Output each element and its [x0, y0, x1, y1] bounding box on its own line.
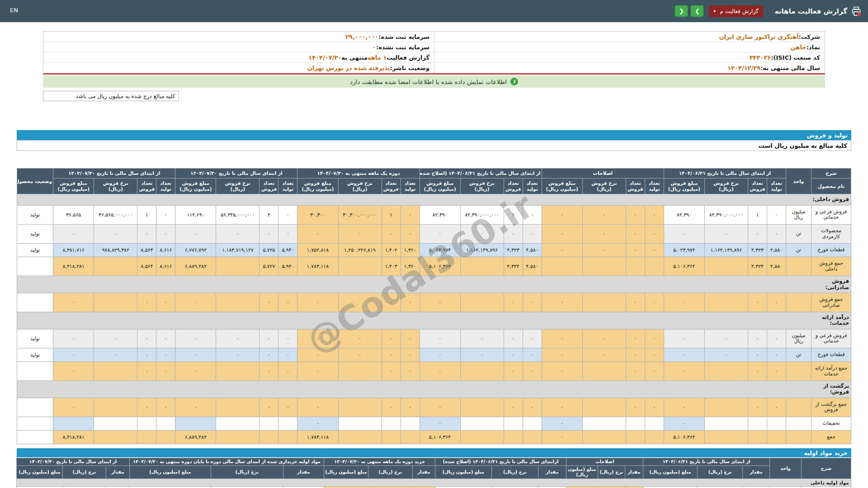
value-cell — [94, 257, 137, 276]
info-label: سال مالی منتهی به: — [760, 65, 820, 71]
value-cell: ۴,۵۸۰ — [767, 244, 786, 257]
value-cell: ۴,۳۲۳ — [504, 244, 523, 257]
section-label: مواد اولیه داخلی — [16, 479, 851, 487]
value-cell — [704, 293, 748, 312]
sub-col-header: تعداد فروش — [382, 178, 401, 194]
value-cell: ۰ — [338, 348, 382, 361]
value-cell: ۰ — [645, 224, 664, 243]
value-cell: ۰ — [542, 293, 582, 312]
section-label: برگشت از فروش: — [17, 381, 851, 398]
value-cell: ۰ — [53, 329, 94, 348]
value-cell: ۱,۷۵۴ — [106, 487, 129, 488]
row-unit — [786, 398, 811, 417]
value-cell — [626, 430, 645, 444]
value-cell — [156, 417, 175, 430]
value-cell — [582, 361, 626, 380]
value-cell: ۰ — [523, 329, 542, 348]
info-label: سرمایه ثبت نشده: — [376, 44, 429, 51]
period-group-header: دوره یک ماهه منتهی به ۱۴۰۴/۰۷/۳۰ — [297, 169, 420, 178]
value-cell: ۶,۸۸۹,۴۸۲ — [175, 257, 216, 276]
value-cell: ۰ — [767, 361, 786, 380]
table-row: جمع فروش داخلی۴,۵۸۰۴,۳۲۴۵,۱۰۶,۳۶۴۴,۵۸۰۴,… — [17, 257, 851, 276]
value-cell: ۸۲,۳۹۰ — [420, 205, 460, 224]
info-row: شرکت: آهنگري تراكتور سازي ايران — [434, 32, 825, 42]
value-cell: ۰ — [767, 205, 786, 224]
period-group-header: از ابتدای سال مالی تا تاریخ ۱۴۰۴/۰۶/۳۱ (… — [420, 169, 542, 178]
sub-col-header: نرخ فروش (ریال) — [216, 178, 259, 194]
value-cell: ۱,۳۹۶,۲۹۶ — [129, 487, 211, 488]
table-row: جمع درآمد ارائه خدمات۰۰۰۰۰۰۰۰۰۰۰۰۰۰۰۰۰۰ — [17, 361, 851, 380]
row-label: جمع برگشت از فروش — [811, 398, 851, 417]
table-row: تخفیفات۰۰۰۰ — [17, 417, 851, 430]
value-cell — [137, 430, 156, 444]
value-cell — [401, 417, 420, 430]
value-cell: ۰ — [664, 398, 704, 417]
row-label: جمع — [811, 430, 851, 444]
value-cell — [460, 417, 504, 430]
info-label: وضعیت ناشر: — [390, 65, 429, 71]
value-cell: ۰ — [664, 329, 704, 348]
prev-report-button[interactable]: ❮ — [675, 5, 688, 17]
row-label: جمع فروش صادراتی — [811, 293, 851, 312]
value-cell — [382, 417, 401, 430]
value-cell — [460, 293, 504, 312]
period-group-header: مواد اولیه خریداری شده از ابتدای سال مال… — [129, 458, 324, 466]
value-cell: ۱,۴۰۳ — [382, 257, 401, 276]
value-cell: ۰ — [504, 329, 523, 348]
value-cell: ۰ — [420, 224, 460, 243]
info-label: شرکت: — [799, 33, 820, 40]
next-report-button[interactable]: ❯ — [691, 5, 703, 17]
value-cell: ۰ — [175, 293, 216, 312]
value-cell: ۱,۱۶۲,۱۴۹,۸۹۶ — [460, 244, 504, 257]
value-cell: ۳۰,۳۰۰ — [297, 205, 338, 224]
chevron-down-icon: ▾ — [713, 9, 716, 14]
value-cell: ۱,۷۵۲,۸۱۸ — [297, 244, 338, 257]
value-cell: ۰ — [278, 329, 297, 348]
value-cell: ۰ — [278, 205, 297, 224]
value-cell: ۰ — [420, 361, 460, 380]
value-cell: ۰ — [259, 329, 278, 348]
print-icon[interactable] — [851, 6, 862, 17]
sub-col-header: نرخ فروش (ریال) — [704, 178, 748, 194]
row-unit: تن — [786, 348, 811, 361]
value-cell: ۱,۴۰۲ — [382, 244, 401, 257]
value-cell: ۰ — [748, 224, 767, 243]
value-cell: ۰ — [626, 205, 645, 224]
value-cell — [216, 398, 259, 417]
status-cell: تولید — [17, 224, 53, 243]
value-cell: ۲ — [259, 205, 278, 224]
value-cell: ۰ — [53, 348, 94, 361]
value-cell: ۰ — [582, 224, 626, 243]
value-cell: ۰ — [626, 361, 645, 380]
value-cell: ۰ — [767, 224, 786, 243]
amounts-unit-strip: کلیه مبالغ به میلیون ریال است — [17, 140, 851, 151]
value-cell: ۰ — [460, 224, 504, 243]
value-cell: ۱ — [382, 205, 401, 224]
value-cell: ۰ — [523, 293, 542, 312]
report-type-dropdown-label: گزارش فعالیت م — [720, 8, 758, 14]
value-cell: ۰ — [645, 329, 664, 348]
sub-col-header: تعداد تولید — [278, 178, 297, 194]
value-cell: ۰ — [504, 398, 523, 417]
value-cell: ۱,۳۶۰ — [401, 257, 420, 276]
value-cell — [582, 417, 626, 430]
value-cell: ۰ — [137, 361, 156, 380]
table-row: قطعات فورجتن۴,۵۸۰۴,۳۲۳۱,۱۶۲,۱۴۹,۸۹۶۵,۰۲۳… — [17, 244, 851, 257]
period-group-header: خرید دوره یک ماهه منتهی به ۱۴۰۴/۰۷/۳۰ — [324, 458, 435, 466]
language-toggle[interactable]: EN — [10, 7, 18, 14]
sub-col-header: مقدار — [538, 466, 566, 479]
value-cell — [216, 430, 259, 444]
sub-col-header: مبلغ فروش (میلیون ریال) — [175, 178, 216, 194]
value-cell: ۵,۰۲۳,۹۷۴ — [664, 244, 704, 257]
value-cell — [216, 257, 259, 276]
value-cell: ۰ — [566, 487, 598, 488]
col-unit: واحد — [770, 458, 802, 479]
section-label: فروش صادراتی: — [17, 276, 851, 293]
value-cell: ۵,۱۰۶,۳۶۴ — [420, 257, 460, 276]
col-status: وضعیت محصول-واحد — [17, 169, 53, 194]
sub-col-header: نرخ (ریال) — [62, 466, 106, 479]
value-cell — [53, 417, 94, 430]
value-cell: ۰ — [626, 293, 645, 312]
report-type-dropdown[interactable]: گزارش فعالیت م ▾ — [709, 5, 763, 17]
sub-col-header: تعداد فروش — [259, 178, 278, 194]
